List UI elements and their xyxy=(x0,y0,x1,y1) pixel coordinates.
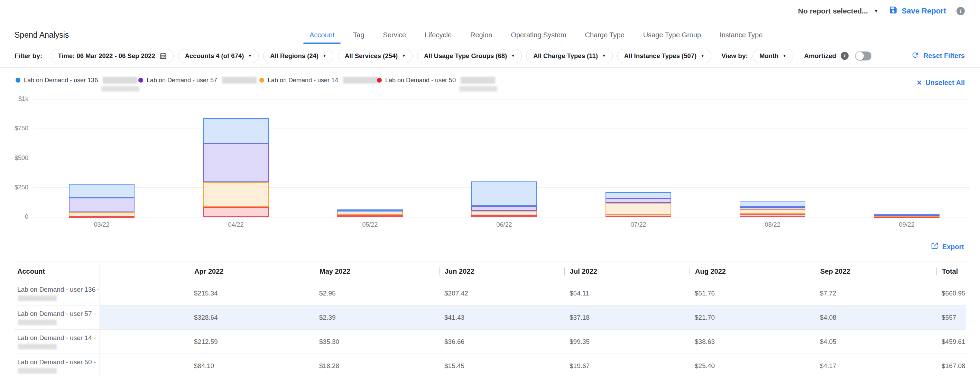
caret-down-icon: ▼ xyxy=(248,54,252,58)
bar-03-22-lab-on-demand-user-50[interactable] xyxy=(69,216,135,218)
value-cell: $215.34 xyxy=(188,281,313,306)
value-cell: $2.39 xyxy=(313,306,439,330)
account-cell: Lab on Demand - user 57 - xyxy=(14,306,100,330)
table-row: Lab on Demand - user 14 -$212.59$35.30$3… xyxy=(14,330,966,354)
report-selector-dropdown[interactable]: No report selected... ▼ xyxy=(798,7,878,15)
legend-item-lab-on-demand-user-50[interactable]: Lab on Demand - user 50 xyxy=(377,77,495,84)
tab-account[interactable]: Account xyxy=(300,27,344,44)
table-header-row: AccountApr 2022May 2022Jun 2022Jul 2022A… xyxy=(14,262,966,281)
bar-06-22-lab-on-demand-user-50[interactable] xyxy=(471,215,537,217)
bar-08-22-lab-on-demand-user-14[interactable] xyxy=(740,209,805,214)
page-title: Spend Analysis xyxy=(14,30,69,40)
filter-pill-time-06-mar-2022-06-sep-2022[interactable]: Time: 06 Mar 2022 - 06 Sep 2022 xyxy=(51,49,173,63)
caret-down-icon: ▼ xyxy=(874,9,878,13)
bar-06-22-lab-on-demand-user-57[interactable] xyxy=(471,206,537,211)
caret-down-icon: ▼ xyxy=(511,54,515,58)
report-selector-label: No report selected... xyxy=(798,7,868,15)
save-report-button[interactable]: Save Report xyxy=(889,6,946,17)
bar-04-22-lab-on-demand-user-50[interactable] xyxy=(203,207,269,217)
column-header-jul-2022: Jul 2022 xyxy=(564,262,689,281)
column-header-sep-2022: Sep 2022 xyxy=(815,262,936,281)
spacer-cell xyxy=(100,354,188,376)
y-axis-tick: $750 xyxy=(7,125,29,132)
bar-09-22-lab-on-demand-user-136[interactable] xyxy=(874,214,940,215)
bar-04-22-lab-on-demand-user-14[interactable] xyxy=(203,182,269,207)
legend-label: Lab on Demand - user 136 xyxy=(24,77,98,84)
redacted-box xyxy=(18,295,57,301)
filter-pill-all-instance-types[interactable]: All Instance Types (507)▼ xyxy=(617,49,711,63)
bar-03-22-lab-on-demand-user-136[interactable] xyxy=(69,184,135,198)
tab-usage-type-group[interactable]: Usage Type Group xyxy=(634,27,711,44)
tab-lifecycle[interactable]: Lifecycle xyxy=(415,27,461,44)
bar-07-22-lab-on-demand-user-136[interactable] xyxy=(606,192,671,198)
value-cell: $212.59 xyxy=(188,330,313,354)
legend-dot-icon xyxy=(16,78,21,82)
bar-03-22-lab-on-demand-user-57[interactable] xyxy=(69,198,135,212)
unselect-all-button[interactable]: ✕ Unselect All xyxy=(916,79,965,87)
value-cell: $660.95 xyxy=(936,281,966,306)
reset-filters-button[interactable]: Reset Filters xyxy=(911,51,965,61)
redacted-text xyxy=(343,77,378,84)
bar-04-22-lab-on-demand-user-136[interactable] xyxy=(203,118,269,143)
filter-pill-all-charge-types[interactable]: All Charge Types (11)▼ xyxy=(526,49,613,63)
caret-down-icon: ▼ xyxy=(783,54,786,58)
amortized-label: Amortized xyxy=(804,52,836,60)
tab-tag[interactable]: Tag xyxy=(344,27,374,44)
amortized-toggle[interactable] xyxy=(855,51,872,60)
value-cell: $15.45 xyxy=(439,354,564,376)
filter-bar: Filter by: Time: 06 Mar 2022 - 06 Sep 20… xyxy=(0,44,980,68)
bar-07-22-lab-on-demand-user-57[interactable] xyxy=(606,198,671,203)
redacted-box xyxy=(18,320,57,325)
export-button[interactable]: Export xyxy=(931,242,964,252)
column-tick: Total xyxy=(936,268,958,275)
view-by-dropdown[interactable]: Month ▼ xyxy=(752,49,793,63)
amortized-info-icon[interactable]: i xyxy=(841,52,849,60)
info-icon[interactable]: i xyxy=(956,7,965,15)
redacted-text xyxy=(461,77,495,84)
redacted-box xyxy=(101,86,139,92)
caret-down-icon: ▼ xyxy=(602,54,606,58)
pill-label: Accounts 4 (of 674) xyxy=(185,52,244,60)
filter-pill-all-usage-type-groups[interactable]: All Usage Type Groups (68)▼ xyxy=(417,49,522,63)
legend-item-lab-on-demand-user-136[interactable]: Lab on Demand - user 136 xyxy=(16,77,137,84)
spacer-cell xyxy=(100,330,188,354)
tab-operating-system[interactable]: Operating System xyxy=(501,27,576,44)
filter-pill-all-services[interactable]: All Services (254)▼ xyxy=(338,49,412,63)
bar-05-22-lab-on-demand-user-136[interactable] xyxy=(337,209,403,211)
value-cell: $25.40 xyxy=(689,354,815,376)
unselect-all-label: Unselect All xyxy=(925,79,965,87)
legend-dot-icon xyxy=(138,78,143,82)
value-cell: $4.17 xyxy=(815,354,936,376)
column-tick: Jul 2022 xyxy=(564,268,597,275)
tab-instance-type[interactable]: Instance Type xyxy=(710,27,772,44)
redacted-box xyxy=(459,86,497,92)
pill-label: Time: 06 Mar 2022 - 06 Sep 2022 xyxy=(58,52,155,60)
bar-05-22-lab-on-demand-user-50[interactable] xyxy=(337,215,403,217)
value-cell: $19.67 xyxy=(564,354,689,376)
column-header-jun-2022: Jun 2022 xyxy=(439,262,564,281)
redacted-box xyxy=(461,77,495,84)
redacted-box xyxy=(18,344,57,349)
tab-service[interactable]: Service xyxy=(374,27,416,44)
y-axis-tick: $500 xyxy=(7,154,29,162)
filter-pill-accounts-4[interactable]: Accounts 4 (of 674)▼ xyxy=(178,49,259,63)
bar-03-22-lab-on-demand-user-14[interactable] xyxy=(69,212,135,216)
legend-item-lab-on-demand-user-57[interactable]: Lab on Demand - user 57 xyxy=(138,77,256,84)
pill-label: All Charge Types (11) xyxy=(533,52,598,60)
column-header-may-2022: May 2022 xyxy=(313,262,439,281)
bar-07-22-lab-on-demand-user-14[interactable] xyxy=(606,203,671,214)
bar-08-22-lab-on-demand-user-57[interactable] xyxy=(740,207,805,209)
bar-06-22-lab-on-demand-user-136[interactable] xyxy=(471,181,537,206)
legend-item-lab-on-demand-user-14[interactable]: Lab on Demand - user 14 xyxy=(259,77,378,84)
bar-08-22-lab-on-demand-user-50[interactable] xyxy=(740,214,805,217)
tab-region[interactable]: Region xyxy=(461,27,501,44)
bar-04-22-lab-on-demand-user-57[interactable] xyxy=(203,143,269,182)
value-cell: $35.30 xyxy=(313,330,439,354)
x-axis-tick: 06/22 xyxy=(471,221,537,228)
save-report-label: Save Report xyxy=(902,6,946,16)
tab-charge-type[interactable]: Charge Type xyxy=(576,27,634,44)
filter-pill-all-regions[interactable]: All Regions (24)▼ xyxy=(263,49,333,63)
bar-06-22-lab-on-demand-user-14[interactable] xyxy=(471,211,537,215)
bar-07-22-lab-on-demand-user-50[interactable] xyxy=(606,214,671,217)
bar-08-22-lab-on-demand-user-136[interactable] xyxy=(740,201,805,207)
